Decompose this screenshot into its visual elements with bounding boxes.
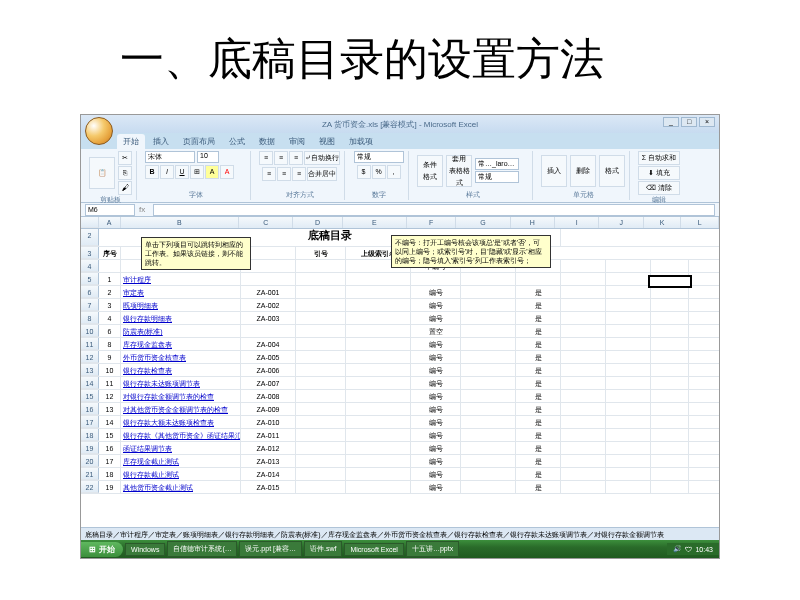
cell-g[interactable] <box>461 468 516 480</box>
tab-review[interactable]: 审阅 <box>283 134 311 149</box>
cell-code[interactable] <box>411 273 461 285</box>
cell-seq[interactable]: 11 <box>99 377 121 389</box>
cell-idx[interactable]: ZA-006 <box>241 364 296 376</box>
cell-idx[interactable]: ZA-015 <box>241 481 296 493</box>
cell-e[interactable] <box>346 429 411 441</box>
cell-d[interactable] <box>296 351 346 363</box>
fx-icon[interactable]: fx <box>139 205 145 214</box>
row-header[interactable]: 20 <box>81 455 99 467</box>
cell-d[interactable] <box>296 429 346 441</box>
cell-idx[interactable]: ZA-001 <box>241 286 296 298</box>
maximize-button[interactable]: □ <box>681 117 697 127</box>
font-color[interactable]: A <box>220 165 234 179</box>
task-item[interactable]: 十五讲…pptx <box>406 541 459 557</box>
cell-i[interactable] <box>561 312 606 324</box>
cell-g[interactable] <box>461 429 516 441</box>
cell-name[interactable]: 对银行存款金额调节表的检查 <box>121 390 241 402</box>
task-item[interactable]: Microsoft Excel <box>344 543 403 556</box>
cell-idx[interactable]: ZA-008 <box>241 390 296 402</box>
cell-e[interactable] <box>346 403 411 415</box>
cell-seq[interactable]: 10 <box>99 364 121 376</box>
italic-button[interactable]: I <box>160 165 174 179</box>
cell-j[interactable] <box>606 312 651 324</box>
cell-d[interactable] <box>296 364 346 376</box>
cell-seq[interactable]: 9 <box>99 351 121 363</box>
tab-home[interactable]: 开始 <box>117 134 145 149</box>
paste-button[interactable]: 📋 <box>89 157 115 189</box>
cell-seq[interactable]: 8 <box>99 338 121 350</box>
border-button[interactable]: ⊞ <box>190 165 204 179</box>
cell-flag[interactable]: 是 <box>516 481 561 493</box>
cell-d[interactable] <box>296 377 346 389</box>
cell-i[interactable] <box>561 351 606 363</box>
cell-j[interactable] <box>606 481 651 493</box>
cell-e[interactable] <box>346 351 411 363</box>
cell-seq[interactable]: 1 <box>99 273 121 285</box>
cell-name[interactable]: 防震表(标准) <box>121 325 241 337</box>
cell-k[interactable] <box>651 325 689 337</box>
cell-j[interactable] <box>606 468 651 480</box>
row-header[interactable]: 6 <box>81 286 99 298</box>
cell-j[interactable] <box>606 260 651 272</box>
cell-code[interactable]: 编号 <box>411 390 461 402</box>
cell-seq[interactable] <box>99 260 121 272</box>
cell-i[interactable] <box>561 286 606 298</box>
cell-name[interactable]: 函证结果调节表 <box>121 442 241 454</box>
cell-e[interactable] <box>346 338 411 350</box>
cell-k[interactable] <box>651 481 689 493</box>
tab-layout[interactable]: 页面布局 <box>177 134 221 149</box>
col-c[interactable]: C <box>239 217 293 228</box>
cell-seq[interactable]: 2 <box>99 286 121 298</box>
row-header[interactable]: 8 <box>81 312 99 324</box>
cell-g[interactable] <box>461 338 516 350</box>
col-g[interactable]: G <box>456 217 510 228</box>
row-header[interactable]: 3 <box>81 247 99 259</box>
cell-d[interactable] <box>296 325 346 337</box>
cell-e[interactable] <box>346 468 411 480</box>
align-right[interactable]: ≡ <box>292 167 306 181</box>
cell-d[interactable] <box>296 299 346 311</box>
col-h[interactable]: H <box>511 217 555 228</box>
align-top[interactable]: ≡ <box>259 151 273 165</box>
cell-idx[interactable]: ZA-003 <box>241 312 296 324</box>
cell-code[interactable]: 编号 <box>411 377 461 389</box>
cell-e[interactable] <box>346 286 411 298</box>
cell-i[interactable] <box>561 377 606 389</box>
cell-g[interactable] <box>461 416 516 428</box>
align-mid[interactable]: ≡ <box>274 151 288 165</box>
cell-j[interactable] <box>606 364 651 376</box>
tray-icon[interactable]: 🔊 <box>673 545 682 553</box>
row-header[interactable]: 22 <box>81 481 99 493</box>
row-header[interactable]: 21 <box>81 468 99 480</box>
clear-button[interactable]: ⌫ 清除 <box>638 181 680 195</box>
cell-i[interactable] <box>561 481 606 493</box>
col-k[interactable]: K <box>644 217 682 228</box>
cell-g[interactable] <box>461 442 516 454</box>
cell-idx[interactable]: ZA-011 <box>241 429 296 441</box>
cell-flag[interactable]: 是 <box>516 442 561 454</box>
cell-i[interactable] <box>561 260 606 272</box>
col-i[interactable]: I <box>555 217 599 228</box>
cell-code[interactable]: 置空 <box>411 325 461 337</box>
cell-g[interactable] <box>461 403 516 415</box>
cell-flag[interactable]: 是 <box>516 455 561 467</box>
cell-idx[interactable] <box>241 325 296 337</box>
fill-color[interactable]: A <box>205 165 219 179</box>
cell-j[interactable] <box>606 299 651 311</box>
row-header[interactable]: 18 <box>81 429 99 441</box>
cell-code[interactable]: 编号 <box>411 312 461 324</box>
row-header[interactable]: 4 <box>81 260 99 272</box>
cell-flag[interactable]: 是 <box>516 286 561 298</box>
cell-j[interactable] <box>606 286 651 298</box>
cell-idx[interactable]: ZA-013 <box>241 455 296 467</box>
format-painter[interactable]: 🖌 <box>118 181 132 195</box>
col-a[interactable]: A <box>99 217 121 228</box>
cell-e[interactable] <box>346 416 411 428</box>
cell-flag[interactable]: 是 <box>516 468 561 480</box>
cell-g[interactable] <box>461 325 516 337</box>
cell-j[interactable] <box>606 442 651 454</box>
cell-seq[interactable]: 19 <box>99 481 121 493</box>
cell-e[interactable] <box>346 299 411 311</box>
cell-i[interactable] <box>561 468 606 480</box>
row-header[interactable]: 12 <box>81 351 99 363</box>
